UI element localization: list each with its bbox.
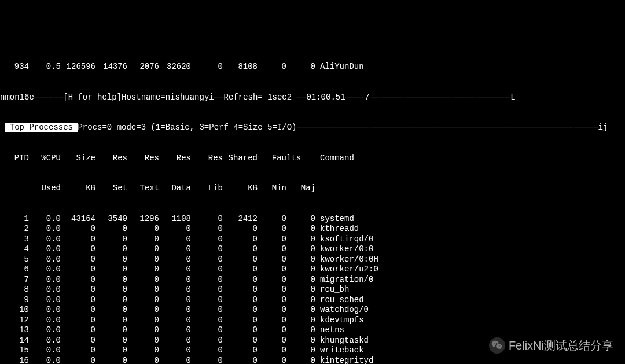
proc-pid: 12 — [0, 315, 29, 326]
proc-res-set: 0 — [95, 336, 127, 346]
h-cpu: %CPU — [29, 153, 61, 164]
proc-faults-maj: 0 — [286, 305, 315, 315]
proc-faults-maj: 0 — [286, 336, 315, 346]
proc-command: kworker/0:0H — [315, 255, 420, 265]
proc-faults-min: 0 — [258, 305, 286, 315]
proc-res-set: 0 — [95, 224, 127, 234]
watermark-text: FelixNi测试总结分享 — [509, 339, 613, 353]
proc-res-text: 0 — [127, 356, 159, 365]
proc-faults-maj: 0 — [286, 356, 315, 365]
proc-pid: 13 — [0, 325, 29, 336]
h-res1: Res — [95, 153, 127, 164]
proc-size: 0 — [61, 285, 95, 295]
proc-pid: 1 — [0, 214, 29, 225]
proc-shared: 0 — [223, 234, 258, 245]
proc-faults-maj: 0 — [286, 345, 315, 356]
process-row: 70.000000000migration/0 — [0, 275, 625, 285]
proc-res-set: 0 — [95, 244, 127, 255]
proc-size: 0 — [61, 345, 95, 356]
proc-pid: 3 — [0, 234, 29, 245]
proc-res-data: 0 — [159, 305, 191, 315]
proc-faults-min: 0 — [258, 255, 286, 265]
proc-size: 0 — [61, 224, 95, 234]
procs-mode: Procs=0 mode=3 (1=Basic, 3=Perf 4=Size 5… — [78, 123, 296, 132]
proc-res-text: 0 — [127, 285, 159, 295]
process-row: 50.000000000kworker/0:0H — [0, 255, 625, 265]
proc-res-set: 0 — [95, 315, 127, 326]
proc-pid: 10 — [0, 305, 29, 315]
mode-line: Top Processes Procs=0 mode=3 (1=Basic, 3… — [0, 123, 625, 133]
proc-faults-min: 0 — [258, 295, 286, 306]
process-row: 120.000000000kdevtmpfs — [0, 315, 625, 326]
process-row: 60.000000000kworker/u2:0 — [0, 264, 625, 275]
proc-res-text: 0 — [127, 325, 159, 336]
proc-faults-maj: 0 — [286, 214, 315, 225]
proc-res-set: 0 — [95, 305, 127, 315]
proc-size: 0 — [61, 255, 95, 265]
process-row: 130.000000000netns — [0, 325, 625, 336]
proc-res-data: 0 — [159, 356, 191, 365]
proc-command: khungtaskd — [315, 336, 420, 346]
proc-shared: 0 — [223, 325, 258, 336]
proc-res-data: 0 — [159, 255, 191, 265]
proc-size: 0 — [61, 234, 95, 245]
h2-kb: KB — [61, 183, 95, 194]
proc-command: watchdog/0 — [315, 305, 420, 315]
proc-res-lib: 0 — [191, 356, 223, 365]
proc-cpu: 0.0 — [29, 315, 61, 326]
proc-faults-min: 0 — [258, 325, 286, 336]
proc-shared: 0 — [223, 224, 258, 234]
proc-res-lib: 0 — [191, 345, 223, 356]
h2-kb2: KB — [223, 183, 258, 194]
proc-res-set: 0 — [95, 325, 127, 336]
proc-shared: 0 — [223, 264, 258, 275]
proc-faults-min: 0 — [258, 244, 286, 255]
proc-res-data: 0 — [159, 224, 191, 234]
proc-faults-maj: 0 — [286, 295, 315, 306]
end-ij: ij — [598, 123, 608, 132]
proc-cpu: 0.0 — [29, 325, 61, 336]
proc-res-text: 0 — [127, 244, 159, 255]
proc-res-text: 0 — [127, 234, 159, 245]
top-maj: 0 — [286, 62, 315, 72]
proc-command: writeback — [315, 345, 420, 356]
proc-cpu: 0.0 — [29, 244, 61, 255]
proc-pid: 7 — [0, 275, 29, 285]
proc-res-data: 0 — [159, 315, 191, 326]
proc-res-lib: 0 — [191, 325, 223, 336]
proc-res-lib: 0 — [191, 264, 223, 275]
proc-size: 0 — [61, 295, 95, 306]
proc-cpu: 0.0 — [29, 255, 61, 265]
proc-size: 0 — [61, 315, 95, 326]
proc-res-lib: 0 — [191, 285, 223, 295]
proc-cpu: 0.0 — [29, 356, 61, 365]
proc-pid: 6 — [0, 264, 29, 275]
proc-command: kdevtmpfs — [315, 315, 420, 326]
proc-command: kworker/0:0 — [315, 244, 420, 255]
h-size: Size — [61, 153, 95, 164]
h-shared: Shared — [223, 153, 258, 164]
process-row: 160.000000000kintegrityd — [0, 356, 625, 365]
end-l: L — [510, 93, 515, 102]
h-res3: Res — [159, 153, 191, 164]
top-pid: 934 — [0, 62, 29, 72]
header-row-2: UsedKBSetTextDataLibKBMinMaj — [0, 183, 625, 194]
seven: 7 — [365, 93, 369, 102]
proc-faults-min: 0 — [258, 234, 286, 245]
proc-res-set: 0 — [95, 345, 127, 356]
proc-res-set: 0 — [95, 234, 127, 245]
proc-res-lib: 0 — [191, 234, 223, 245]
proc-cpu: 0.0 — [29, 295, 61, 306]
h-res2: Res — [127, 153, 159, 164]
top-processes-title: Top Processes — [5, 123, 78, 132]
top-res1: 14376 — [95, 62, 127, 72]
refresh-extra: 2 — [287, 93, 292, 102]
terminal[interactable]: 9340.5126596143762076326200810800AliYunD… — [0, 41, 625, 364]
proc-pid: 9 — [0, 295, 29, 306]
proc-faults-maj: 0 — [286, 285, 315, 295]
proc-size: 0 — [61, 275, 95, 285]
hostname-label: Hostname= — [122, 93, 166, 102]
proc-shared: 0 — [223, 275, 258, 285]
proc-res-lib: 0 — [191, 255, 223, 265]
proc-faults-min: 0 — [258, 356, 286, 365]
